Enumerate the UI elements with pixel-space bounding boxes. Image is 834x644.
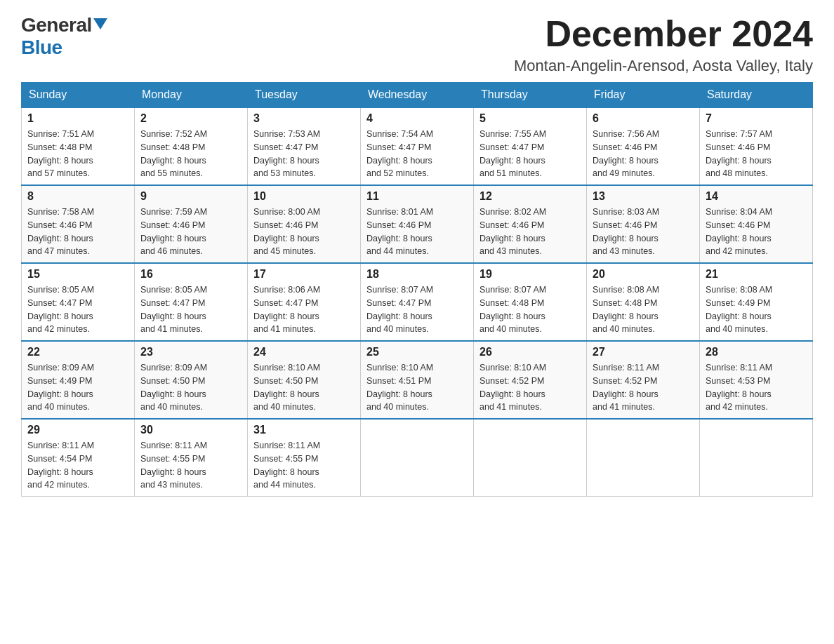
logo-general: General: [21, 14, 92, 36]
day-number: 12: [479, 190, 581, 203]
calendar-cell: 20Sunrise: 8:08 AMSunset: 4:48 PMDayligh…: [587, 263, 700, 341]
day-info: Sunrise: 8:08 AMSunset: 4:49 PMDaylight:…: [706, 283, 807, 336]
calendar-week-row: 29Sunrise: 8:11 AMSunset: 4:54 PMDayligh…: [22, 419, 813, 497]
calendar-cell: 26Sunrise: 8:10 AMSunset: 4:52 PMDayligh…: [474, 341, 587, 419]
calendar-cell: 31Sunrise: 8:11 AMSunset: 4:55 PMDayligh…: [248, 419, 361, 497]
day-number: 20: [593, 268, 694, 281]
calendar-cell: 9Sunrise: 7:59 AMSunset: 4:46 PMDaylight…: [135, 185, 248, 263]
day-number: 30: [140, 424, 241, 436]
page-header: General Blue December 2024 Montan-Angeli…: [21, 14, 813, 75]
day-info: Sunrise: 8:07 AMSunset: 4:48 PMDaylight:…: [479, 283, 581, 336]
calendar-cell: 19Sunrise: 8:07 AMSunset: 4:48 PMDayligh…: [474, 263, 587, 341]
day-info: Sunrise: 8:09 AMSunset: 4:49 PMDaylight:…: [27, 361, 128, 414]
calendar-header-row: SundayMondayTuesdayWednesdayThursdayFrid…: [22, 83, 813, 108]
calendar-cell: 10Sunrise: 8:00 AMSunset: 4:46 PMDayligh…: [248, 185, 361, 263]
calendar-cell: 21Sunrise: 8:08 AMSunset: 4:49 PMDayligh…: [700, 263, 813, 341]
calendar-table: SundayMondayTuesdayWednesdayThursdayFrid…: [21, 82, 813, 497]
day-info: Sunrise: 8:10 AMSunset: 4:50 PMDaylight:…: [253, 361, 355, 414]
day-info: Sunrise: 8:07 AMSunset: 4:47 PMDaylight:…: [366, 283, 468, 336]
calendar-cell: 16Sunrise: 8:05 AMSunset: 4:47 PMDayligh…: [135, 263, 248, 341]
day-info: Sunrise: 8:06 AMSunset: 4:47 PMDaylight:…: [253, 283, 355, 336]
day-info: Sunrise: 8:10 AMSunset: 4:52 PMDaylight:…: [479, 361, 581, 414]
weekday-header-sunday: Sunday: [22, 83, 135, 108]
calendar-cell: 13Sunrise: 8:03 AMSunset: 4:46 PMDayligh…: [587, 185, 700, 263]
calendar-cell: 27Sunrise: 8:11 AMSunset: 4:52 PMDayligh…: [587, 341, 700, 419]
day-info: Sunrise: 8:10 AMSunset: 4:51 PMDaylight:…: [366, 361, 468, 414]
calendar-cell: 2Sunrise: 7:52 AMSunset: 4:48 PMDaylight…: [135, 107, 248, 185]
day-number: 22: [27, 346, 128, 358]
weekday-header-wednesday: Wednesday: [361, 83, 474, 108]
day-number: 6: [593, 112, 694, 125]
calendar-cell: 12Sunrise: 8:02 AMSunset: 4:46 PMDayligh…: [474, 185, 587, 263]
day-number: 4: [366, 112, 468, 125]
calendar-cell: 25Sunrise: 8:10 AMSunset: 4:51 PMDayligh…: [361, 341, 474, 419]
day-number: 26: [479, 346, 581, 358]
day-info: Sunrise: 8:11 AMSunset: 4:55 PMDaylight:…: [140, 439, 241, 492]
calendar-cell: 28Sunrise: 8:11 AMSunset: 4:53 PMDayligh…: [700, 341, 813, 419]
calendar-cell: 24Sunrise: 8:10 AMSunset: 4:50 PMDayligh…: [248, 341, 361, 419]
day-info: Sunrise: 7:51 AMSunset: 4:48 PMDaylight:…: [27, 128, 128, 180]
day-number: 19: [479, 268, 581, 281]
calendar-week-row: 8Sunrise: 7:58 AMSunset: 4:46 PMDaylight…: [22, 185, 813, 263]
calendar-cell: 1Sunrise: 7:51 AMSunset: 4:48 PMDaylight…: [22, 107, 135, 185]
day-number: 18: [366, 268, 468, 281]
day-number: 25: [366, 346, 468, 358]
day-info: Sunrise: 7:54 AMSunset: 4:47 PMDaylight:…: [366, 128, 468, 180]
weekday-header-tuesday: Tuesday: [248, 83, 361, 108]
location-title: Montan-Angelin-Arensod, Aosta Valley, It…: [514, 57, 813, 75]
calendar-cell: 8Sunrise: 7:58 AMSunset: 4:46 PMDaylight…: [22, 185, 135, 263]
calendar-cell: 17Sunrise: 8:06 AMSunset: 4:47 PMDayligh…: [248, 263, 361, 341]
calendar-cell: 5Sunrise: 7:55 AMSunset: 4:47 PMDaylight…: [474, 107, 587, 185]
month-title: December 2024: [514, 14, 813, 54]
day-info: Sunrise: 8:02 AMSunset: 4:46 PMDaylight:…: [479, 206, 581, 258]
day-number: 14: [706, 190, 807, 203]
weekday-header-monday: Monday: [135, 83, 248, 108]
logo: General Blue: [21, 14, 107, 59]
day-number: 9: [140, 190, 241, 203]
day-number: 17: [253, 268, 355, 281]
day-info: Sunrise: 7:56 AMSunset: 4:46 PMDaylight:…: [593, 128, 694, 180]
calendar-week-row: 15Sunrise: 8:05 AMSunset: 4:47 PMDayligh…: [22, 263, 813, 341]
day-info: Sunrise: 7:52 AMSunset: 4:48 PMDaylight:…: [140, 128, 241, 180]
day-info: Sunrise: 8:11 AMSunset: 4:54 PMDaylight:…: [27, 439, 128, 492]
calendar-cell: 29Sunrise: 8:11 AMSunset: 4:54 PMDayligh…: [22, 419, 135, 497]
day-number: 2: [140, 112, 241, 125]
calendar-cell: [587, 419, 700, 497]
day-number: 15: [27, 268, 128, 281]
weekday-header-saturday: Saturday: [700, 83, 813, 108]
day-info: Sunrise: 8:05 AMSunset: 4:47 PMDaylight:…: [140, 283, 241, 336]
day-info: Sunrise: 8:00 AMSunset: 4:46 PMDaylight:…: [253, 206, 355, 258]
day-info: Sunrise: 8:11 AMSunset: 4:52 PMDaylight:…: [593, 361, 694, 414]
calendar-week-row: 1Sunrise: 7:51 AMSunset: 4:48 PMDaylight…: [22, 107, 813, 185]
day-number: 29: [27, 424, 128, 436]
calendar-cell: [474, 419, 587, 497]
calendar-cell: 3Sunrise: 7:53 AMSunset: 4:47 PMDaylight…: [248, 107, 361, 185]
calendar-cell: 4Sunrise: 7:54 AMSunset: 4:47 PMDaylight…: [361, 107, 474, 185]
day-number: 23: [140, 346, 241, 358]
day-info: Sunrise: 8:11 AMSunset: 4:53 PMDaylight:…: [706, 361, 807, 414]
day-number: 11: [366, 190, 468, 203]
day-number: 3: [253, 112, 355, 125]
day-info: Sunrise: 7:59 AMSunset: 4:46 PMDaylight:…: [140, 206, 241, 258]
day-number: 16: [140, 268, 241, 281]
calendar-week-row: 22Sunrise: 8:09 AMSunset: 4:49 PMDayligh…: [22, 341, 813, 419]
calendar-cell: 22Sunrise: 8:09 AMSunset: 4:49 PMDayligh…: [22, 341, 135, 419]
day-number: 8: [27, 190, 128, 203]
logo-triangle-icon: [93, 18, 107, 29]
day-number: 10: [253, 190, 355, 203]
day-number: 7: [706, 112, 807, 125]
day-info: Sunrise: 8:01 AMSunset: 4:46 PMDaylight:…: [366, 206, 468, 258]
weekday-header-friday: Friday: [587, 83, 700, 108]
day-number: 21: [706, 268, 807, 281]
calendar-cell: 7Sunrise: 7:57 AMSunset: 4:46 PMDaylight…: [700, 107, 813, 185]
day-info: Sunrise: 8:03 AMSunset: 4:46 PMDaylight:…: [593, 206, 694, 258]
calendar-cell: 6Sunrise: 7:56 AMSunset: 4:46 PMDaylight…: [587, 107, 700, 185]
day-info: Sunrise: 8:04 AMSunset: 4:46 PMDaylight:…: [706, 206, 807, 258]
day-number: 31: [253, 424, 355, 436]
title-section: December 2024 Montan-Angelin-Arensod, Ao…: [514, 14, 813, 75]
calendar-cell: [700, 419, 813, 497]
logo-blue: Blue: [21, 36, 62, 59]
weekday-header-thursday: Thursday: [474, 83, 587, 108]
day-info: Sunrise: 7:55 AMSunset: 4:47 PMDaylight:…: [479, 128, 581, 180]
calendar-cell: 30Sunrise: 8:11 AMSunset: 4:55 PMDayligh…: [135, 419, 248, 497]
